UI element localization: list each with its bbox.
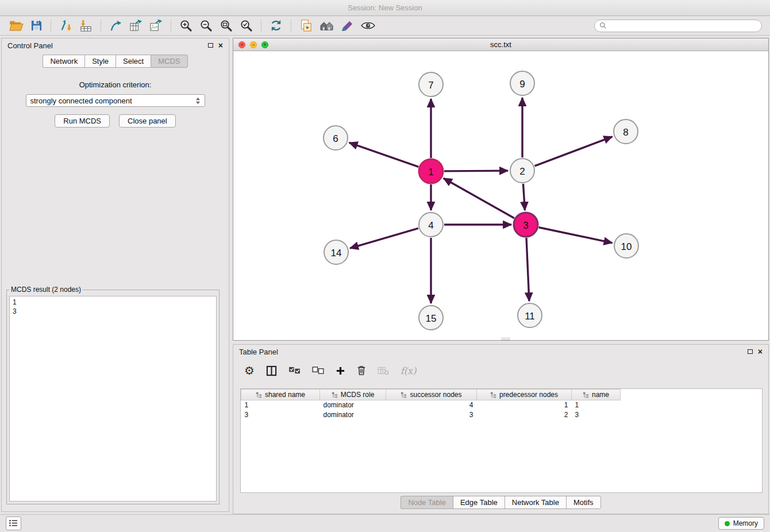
table-row[interactable]: 3dominator323 [241,410,621,420]
float-panel-icon [748,349,753,354]
export-table-button[interactable] [126,18,146,33]
node-3[interactable]: 3 [514,213,538,237]
memory-button[interactable]: Memory [718,517,764,530]
tab-node-table[interactable]: Node Table [401,496,453,509]
control-panel: Control Panel × NetworkStyleSelectMCDS O… [1,38,229,512]
gear-button[interactable]: ⚙ [240,363,259,378]
style-button[interactable] [337,18,357,33]
tab-network-table[interactable]: Network Table [505,496,566,509]
edge-4-14[interactable] [350,228,418,248]
edge-1-2[interactable] [444,171,508,171]
close-panel-button[interactable]: × [218,41,223,49]
copy-view-icon [299,19,313,32]
refresh-layout-button[interactable] [266,18,286,33]
svg-text:6: 6 [333,133,338,144]
table-cell[interactable]: dominator [320,410,386,420]
criterion-select[interactable]: strongly connected component [26,94,205,107]
column-header-name[interactable]: name [572,390,621,400]
delete-row-icon [357,365,366,376]
column-header-MCDS-role[interactable]: MCDS role [320,390,386,400]
table-cell[interactable]: dominator [320,400,386,410]
node-6[interactable]: 6 [324,126,348,150]
search-icon [599,22,607,29]
node-9[interactable]: 9 [510,71,534,95]
control-panel-tabs: NetworkStyleSelectMCDS [2,55,229,68]
node-2[interactable]: 2 [510,159,534,183]
table-cell[interactable]: 3 [386,410,477,420]
copy-view-button[interactable] [296,18,316,33]
float-table-panel-button[interactable] [748,349,753,354]
table-cell[interactable]: 2 [477,410,572,420]
edge-2-8[interactable] [535,137,613,166]
table-cell[interactable]: 1 [241,400,320,410]
node-14[interactable]: 14 [324,240,348,264]
mcds-result-list[interactable]: 13 [9,296,217,502]
open-file-button[interactable] [6,18,27,33]
select-all-button[interactable] [284,365,305,376]
table-cell[interactable]: 3 [241,410,320,420]
deselect-all-button[interactable] [308,365,328,376]
node-1[interactable]: 1 [419,159,443,183]
add-row-button[interactable] [332,364,349,377]
tab-motifs[interactable]: Motifs [566,496,601,509]
edge-3-11[interactable] [526,238,529,301]
select-all-icon [288,367,301,375]
network-canvas[interactable]: 7968124314101511 [233,52,768,340]
export-image-button[interactable] [146,18,166,33]
minimize-window-icon[interactable]: − [250,41,257,48]
node-7[interactable]: 7 [419,72,443,97]
edge-3-10[interactable] [539,228,613,243]
import-table-button[interactable] [76,18,96,33]
node-10[interactable]: 10 [614,234,638,258]
column-header-shared-name[interactable]: shared name [241,390,320,400]
zoom-in-button[interactable] [176,18,196,33]
search-field-wrap [594,20,762,32]
task-history-button[interactable] [6,516,21,530]
close-window-icon[interactable]: × [238,41,245,48]
run-mcds-button[interactable]: Run MCDS [55,114,110,128]
table-cell[interactable]: 4 [386,400,477,410]
zoom-out-button[interactable] [196,18,216,33]
node-8[interactable]: 8 [614,119,638,144]
node-11[interactable]: 11 [518,303,542,327]
node-table-container[interactable]: shared nameMCDS rolesuccessor nodesprede… [240,388,763,493]
table-cell[interactable]: 3 [572,410,621,420]
close-table-panel-button[interactable]: × [758,348,763,356]
zoom-fit-button[interactable] [216,18,236,33]
toolbar-separator [291,20,291,32]
table-toolbar: ⚙f(x) [233,358,768,381]
edge-3-1[interactable] [444,178,514,218]
tab-style[interactable]: Style [84,55,116,68]
home-button[interactable] [316,18,337,33]
save-session-button[interactable] [27,18,46,33]
table-cell[interactable]: 1 [477,400,572,410]
control-panel-title: Control Panel [7,41,53,50]
float-panel-button[interactable] [208,43,213,48]
resize-handle[interactable] [501,338,510,340]
table-row[interactable]: 1dominator411 [241,400,621,410]
zoom-window-icon[interactable]: + [261,41,268,48]
mcds-result-value: 1 [13,298,213,307]
edge-1-6[interactable] [349,142,419,167]
edge-2-3[interactable] [523,184,525,210]
tab-edge-table[interactable]: Edge Table [453,496,505,509]
tab-select[interactable]: Select [116,55,151,68]
node-15[interactable]: 15 [419,306,443,330]
delete-table-icon [378,366,389,375]
eye-button[interactable] [357,20,379,32]
export-network-button[interactable] [106,18,126,33]
tab-mcds[interactable]: MCDS [151,55,187,68]
table-cell[interactable]: 1 [572,400,621,410]
search-input[interactable] [594,20,762,32]
column-header-successor-nodes[interactable]: successor nodes [386,390,477,400]
deselect-all-icon [312,367,324,375]
column-header-predecessor-nodes[interactable]: predecessor nodes [477,390,572,400]
columns-icon [266,365,277,376]
import-network-button[interactable] [56,18,76,33]
tab-network[interactable]: Network [43,55,84,68]
zoom-selected-button[interactable] [236,18,256,33]
node-4[interactable]: 4 [419,213,443,237]
delete-row-button[interactable] [353,364,370,377]
close-panel-inner-button[interactable]: Close panel [119,114,176,128]
columns-button[interactable] [262,364,281,378]
